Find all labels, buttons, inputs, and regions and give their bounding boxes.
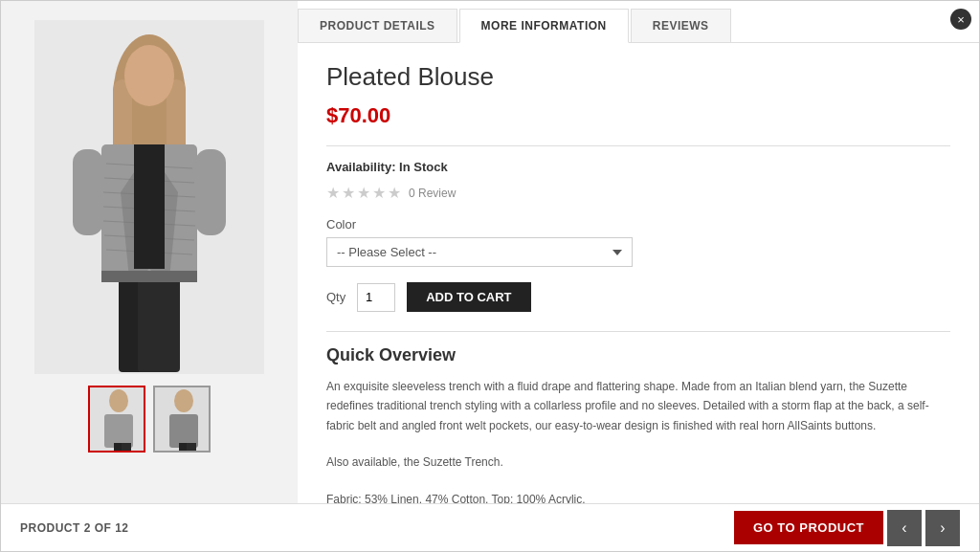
tab-more-information[interactable]: MORE INFORMATION (459, 9, 629, 43)
stars: ★★★★★ (326, 184, 403, 202)
quick-overview-text3: Fabric: 53% Linen, 47% Cotton. Top: 100%… (326, 490, 950, 503)
svg-rect-17 (195, 149, 226, 235)
svg-rect-24 (104, 414, 133, 448)
tab-product-details[interactable]: PRODUCT DETAILS (298, 9, 457, 42)
right-panel: PRODUCT DETAILS MORE INFORMATION REVIEWS… (298, 1, 979, 503)
product-image-svg (34, 20, 264, 374)
left-panel (1, 1, 298, 503)
availability-label: Availability: (326, 160, 395, 174)
qty-label: Qty (326, 290, 345, 304)
footer-right: GO TO PRODUCT ‹ › (734, 510, 960, 546)
product-title: Pleated Blouse (326, 62, 950, 92)
content-area: Pleated Blouse $70.00 Availability: In S… (298, 43, 979, 503)
modal-footer: PRODUCT 2 OF 12 GO TO PRODUCT ‹ › (1, 503, 979, 551)
availability-value: In Stock (399, 160, 448, 174)
color-select[interactable]: -- Please Select -- (326, 237, 633, 267)
svg-rect-21 (134, 144, 165, 269)
divider-2 (326, 331, 950, 332)
svg-rect-19 (138, 276, 180, 372)
quick-overview-title: Quick Overview (326, 345, 950, 365)
tabs-bar: PRODUCT DETAILS MORE INFORMATION REVIEWS (298, 1, 979, 43)
add-to-cart-button[interactable]: Add to Cart (407, 282, 530, 312)
divider-1 (326, 145, 950, 146)
modal-overlay: × (0, 0, 980, 552)
svg-rect-31 (187, 443, 196, 453)
next-product-button[interactable]: › (925, 510, 960, 546)
qty-row: Qty Add to Cart (326, 282, 950, 312)
svg-point-28 (174, 389, 193, 412)
tab-reviews[interactable]: REVIEWS (631, 9, 731, 42)
go-to-product-button[interactable]: GO TO PRODUCT (734, 511, 883, 544)
svg-point-23 (109, 389, 128, 412)
svg-rect-29 (169, 414, 198, 448)
prev-product-button[interactable]: ‹ (887, 510, 922, 546)
availability: Availability: In Stock (326, 160, 950, 174)
review-count: 0 Review (409, 187, 456, 200)
color-label: Color (326, 217, 950, 232)
qty-input[interactable] (357, 283, 395, 312)
thumbnail-2[interactable] (153, 386, 211, 453)
quick-overview-text2: Also available, the Suzette Trench. (326, 453, 950, 472)
svg-point-5 (124, 45, 174, 106)
svg-rect-20 (101, 271, 197, 282)
modal-body: PRODUCT DETAILS MORE INFORMATION REVIEWS… (1, 1, 979, 503)
svg-rect-16 (73, 149, 103, 235)
main-product-image (34, 20, 264, 374)
thumbnails (88, 386, 211, 453)
thumbnail-1[interactable] (88, 386, 145, 453)
close-button[interactable]: × (950, 9, 971, 30)
product-price: $70.00 (326, 103, 950, 128)
stars-row: ★★★★★ 0 Review (326, 184, 950, 202)
quick-overview-text: An exquisite sleeveless trench with a fl… (326, 377, 950, 435)
product-count: PRODUCT 2 OF 12 (20, 521, 129, 535)
svg-rect-26 (122, 443, 131, 453)
